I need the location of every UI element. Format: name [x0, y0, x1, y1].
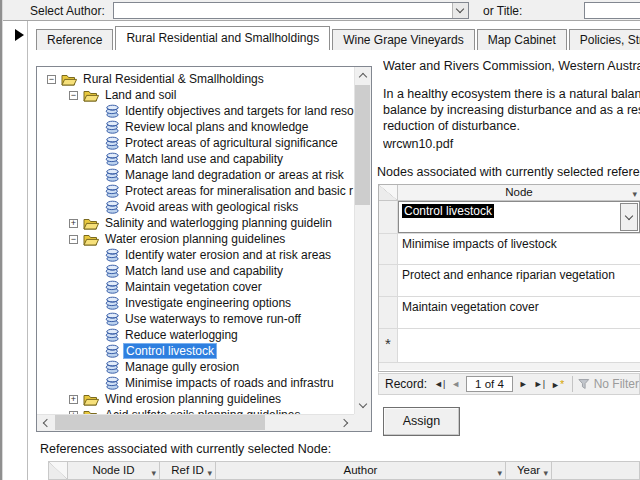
scroll-left-button[interactable] [37, 415, 54, 432]
tree-item[interactable]: Protect areas of agricultural significan… [37, 135, 354, 151]
tab-rural-residential-and-smallholdings[interactable]: Rural Residential and Smallholdings [115, 26, 330, 50]
tab-map-cabinet[interactable]: Map Cabinet [477, 29, 567, 50]
chevron-right-icon [340, 419, 348, 427]
tree-item[interactable]: +Wind erosion planning guidelines [37, 391, 354, 407]
tree-spacer [91, 171, 100, 180]
tree-item[interactable]: Identify water erosion and at risk areas [37, 247, 354, 263]
tab-reference[interactable]: Reference [36, 29, 113, 50]
sort-dropdown-icon[interactable]: ▾ [207, 465, 212, 480]
node-column-header[interactable]: Node ▾ [398, 185, 640, 200]
row-record-selector[interactable] [379, 234, 398, 264]
author-combobox-dropdown-button[interactable] [452, 3, 468, 18]
node-cell[interactable]: Protect and enhance riparian vegetation [398, 265, 640, 296]
tree-item[interactable]: Minimise impacts of roads and infrastru [37, 375, 354, 391]
tree-vertical-scrollbar[interactable] [354, 67, 371, 414]
node-dropdown-button[interactable] [620, 203, 638, 231]
next-record-button[interactable]: ► [516, 379, 531, 389]
reference-abstract-line: In a healthy ecosystem there is a natura… [383, 86, 640, 102]
title-input[interactable] [584, 2, 640, 19]
horizontal-scroll-thumb[interactable] [55, 415, 265, 430]
column-header-ref-id[interactable]: Ref ID▾ [160, 462, 216, 479]
expand-icon[interactable]: + [69, 395, 78, 404]
tree-item[interactable]: +Salinity and waterlogging planning guid… [37, 215, 354, 231]
tree-item-label: Protect areas of agricultural significan… [123, 136, 340, 150]
nodes-section-label: Nodes associated with currently selected… [377, 164, 640, 180]
tree-spacer [91, 283, 100, 292]
datasheet-corner-cell[interactable] [379, 185, 398, 200]
new-node-cell[interactable] [398, 329, 640, 362]
sort-dropdown-icon[interactable]: ▾ [497, 465, 502, 480]
tree-item[interactable]: Use waterways to remove run-off [37, 311, 354, 327]
sort-dropdown-icon[interactable]: ▾ [151, 465, 156, 480]
tree-spacer [91, 123, 100, 132]
node-cell[interactable]: Control livestock [398, 201, 640, 233]
tree-view[interactable]: −Rural Residential & Smallholdings−Land … [37, 67, 354, 414]
column-header-label: Node ID [92, 464, 134, 476]
reference-citation: Water and Rivers Commission, Western Aus… [383, 58, 640, 74]
collapse-icon[interactable]: − [69, 235, 78, 244]
new-record-button[interactable]: ►* [548, 378, 567, 390]
tree-item-label: Avoid areas with geological risks [123, 200, 300, 214]
node-cell[interactable]: Maintain vegetation cover [398, 297, 640, 328]
tree-item[interactable]: +Acid sulfate soils planning guidelines [37, 407, 354, 414]
column-header-year[interactable]: Year▾ [506, 462, 552, 479]
node-tree-panel: −Rural Residential & Smallholdings−Land … [36, 66, 372, 432]
database-icon [105, 136, 119, 150]
tab-strip: ReferenceRural Residential and Smallhold… [36, 26, 640, 50]
author-combobox[interactable] [113, 2, 469, 19]
node-row[interactable]: Control livestock [379, 201, 640, 234]
scroll-right-button[interactable] [337, 415, 354, 432]
tab-wine-grape-vineyards[interactable]: Wine Grape Vineyards [332, 29, 475, 50]
tree-item[interactable]: Control livestock [37, 343, 354, 359]
tree-item[interactable]: −Land and soil [37, 87, 354, 103]
tree-item[interactable]: Protect areas for mineralisation and bas… [37, 183, 354, 199]
reference-abstract-line: balance by increasing disturbance and as… [383, 102, 640, 118]
scroll-down-button[interactable] [355, 397, 372, 414]
expand-icon[interactable]: + [69, 219, 78, 228]
tree-item[interactable]: Review local plans and knowledge [37, 119, 354, 135]
tree-item[interactable]: Reduce waterlogging [37, 327, 354, 343]
row-record-selector[interactable] [379, 201, 398, 233]
tree-item[interactable]: Maintain vegetation cover [37, 279, 354, 295]
column-header-author[interactable]: Author▾ [216, 462, 506, 479]
tree-item-label: Water erosion planning guidelines [103, 232, 287, 246]
previous-record-button[interactable]: ◄ [448, 379, 463, 389]
tree-item[interactable]: Manage land degradation or areas at risk [37, 167, 354, 183]
tree-item[interactable]: Avoid areas with geological risks [37, 199, 354, 215]
node-row[interactable]: Minimise impacts of livestock [379, 234, 640, 265]
row-record-selector[interactable] [379, 265, 398, 296]
tree-horizontal-scrollbar[interactable] [37, 414, 354, 431]
node-cell[interactable]: Minimise impacts of livestock [398, 234, 640, 264]
sort-dropdown-icon[interactable]: ▾ [543, 465, 548, 480]
folder-icon [83, 217, 99, 230]
tree-item-label: Salinity and waterlogging planning guide… [103, 216, 334, 230]
tree-item[interactable]: Match land use and capability [37, 263, 354, 279]
scroll-up-button[interactable] [355, 67, 372, 84]
tree-item[interactable]: Identify objectives and targets for land… [37, 103, 354, 119]
row-record-selector[interactable] [379, 297, 398, 328]
vertical-scroll-thumb[interactable] [355, 85, 370, 205]
tree-item[interactable]: −Water erosion planning guidelines [37, 231, 354, 247]
node-row[interactable]: Protect and enhance riparian vegetation [379, 265, 640, 297]
collapse-icon[interactable]: − [47, 75, 56, 84]
tree-item[interactable]: Manage gully erosion [37, 359, 354, 375]
first-record-button[interactable]: ◄| [431, 379, 448, 389]
references-table-corner-cell[interactable] [49, 462, 68, 479]
reference-file-name: wrcwn10.pdf [383, 136, 640, 152]
tree-item[interactable]: Match land use and capability [37, 151, 354, 167]
node-row[interactable]: Maintain vegetation cover [379, 297, 640, 329]
new-node-row[interactable]: * [379, 329, 640, 363]
column-header-node-id[interactable]: Node ID▾ [68, 462, 160, 479]
sort-dropdown-icon[interactable]: ▾ [632, 187, 637, 202]
last-record-button[interactable]: ►| [531, 379, 548, 389]
chevron-left-icon [43, 419, 51, 427]
tree-spacer [91, 203, 100, 212]
collapse-icon[interactable]: − [69, 91, 78, 100]
tab-policies-strategies-and-legislation[interactable]: Policies, Strategies and Legislation [569, 29, 640, 50]
assign-button[interactable]: Assign [383, 407, 460, 436]
tree-item[interactable]: Investigate engineering options [37, 295, 354, 311]
tree-item[interactable]: −Rural Residential & Smallholdings [37, 71, 354, 87]
record-position-box[interactable]: 1 of 4 [466, 376, 513, 392]
tree-spacer [91, 139, 100, 148]
tree-item-label: Rural Residential & Smallholdings [81, 72, 266, 86]
